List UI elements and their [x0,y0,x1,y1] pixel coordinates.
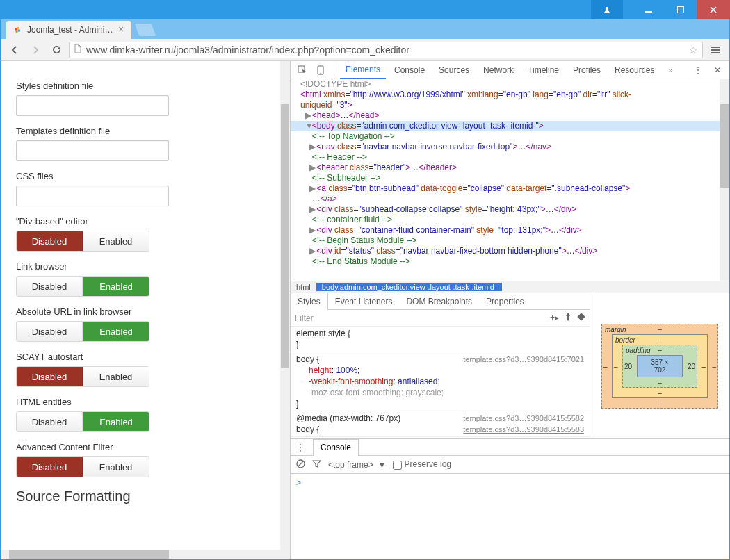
preserve-log-checkbox[interactable]: Preserve log [393,459,451,469]
source-formatting-heading: Source Formatting [16,488,275,504]
svg-point-0 [606,7,608,10]
chrome-menu-button[interactable] [707,42,724,58]
joomla-options-panel: Styles definition file Templates definit… [1,61,290,559]
back-button[interactable] [6,42,23,58]
styles-tab-dom[interactable]: DOM Breakpoints [399,293,479,310]
absolute-url-toggle: Disabled Enabled [16,321,149,342]
styles-filter-input[interactable]: Filter [295,313,314,323]
devtools-close-icon[interactable]: ✕ [710,63,725,77]
bookmark-icon[interactable]: ☆ [689,44,698,56]
scayt-disabled[interactable]: Disabled [17,367,83,386]
link-browser-toggle: Disabled Enabled [16,276,149,297]
tab-timeline[interactable]: Timeline [522,61,565,79]
css-source-link-2[interactable]: template.css?d3…9390d8415:5582 [463,413,584,424]
entities-toggle: Disabled Enabled [16,411,149,432]
drawer-tab-console[interactable]: Console [313,439,359,456]
tab-strip: Joomla_test - Administrati × [0,19,730,39]
address-bar[interactable]: www.dimka-writer.ru/joomla3/administrato… [69,42,703,58]
left-scrollbar-vertical[interactable] [280,61,290,550]
svg-rect-3 [13,25,22,35]
crumb-body[interactable]: body.admin.com_ckeditor.view-.layout-.ta… [316,283,503,291]
tab-resources[interactable]: Resources [609,61,660,79]
crumb-html[interactable]: html [291,283,316,291]
tab-elements[interactable]: Elements [340,61,386,79]
toggle-state-icon[interactable] [577,313,585,323]
tab-profiles[interactable]: Profiles [567,61,606,79]
new-rule-icon[interactable]: +▸ [550,313,559,323]
box-model-content: 357 × 702 [637,355,683,377]
computed-box-model: margin –– –– border –– –– padding –– 202… [590,293,729,438]
reload-button[interactable] [48,42,65,58]
clear-console-icon[interactable] [296,459,305,470]
drawer-menu-icon[interactable]: ⋮ [291,443,310,452]
more-tabs-icon[interactable]: » [663,63,678,77]
filter-icon[interactable] [312,459,321,470]
svg-point-9 [320,72,321,73]
div-editor-enabled[interactable]: Enabled [83,231,149,251]
templates-file-label: Templates definition file [16,126,275,136]
link-browser-disabled[interactable]: Disabled [17,277,83,296]
frame-selector[interactable]: <top frame> ▼ [328,460,386,470]
close-button[interactable] [697,0,730,19]
tab-close-button[interactable]: × [116,25,126,35]
profile-button[interactable] [591,0,623,19]
tab-title: Joomla_test - Administrati [27,25,116,35]
entities-label: HTML entities [16,397,275,407]
entities-disabled[interactable]: Disabled [17,412,83,431]
tab-sources[interactable]: Sources [433,61,475,79]
svg-rect-2 [677,6,684,13]
inspect-element-icon[interactable] [295,63,310,77]
absolute-url-enabled[interactable]: Enabled [83,322,149,341]
css-body-rule[interactable]: template.css?d3…9390d8415:7021 body { he… [291,352,590,411]
svg-rect-6 [711,52,720,53]
console-prompt[interactable]: > [291,474,729,559]
elements-scrollbar[interactable] [720,79,729,281]
styles-file-label: Styles definition file [16,81,275,91]
css-element-style[interactable]: element.style {} [291,327,590,352]
css-source-link[interactable]: template.css?d3…9390d8415:7021 [463,354,584,365]
styles-tab-styles[interactable]: Styles [291,293,328,310]
console-drawer: ⋮ Console <top frame> ▼ Preserve log > [291,439,729,559]
dom-body-selected[interactable]: ▼<body class="admin com_ckeditor view- l… [291,121,729,131]
devtools-panel: Elements Console Sources Network Timelin… [290,61,729,559]
maximize-button[interactable] [665,0,697,19]
tab-network[interactable]: Network [478,61,519,79]
styles-tab-props[interactable]: Properties [479,293,531,310]
forward-button[interactable] [27,42,44,58]
scayt-enabled[interactable]: Enabled [83,367,149,386]
templates-file-input[interactable] [16,140,169,161]
css-media-rule[interactable]: template.css?d3…9390d8415:5582 @media (m… [291,411,590,437]
styles-file-input[interactable] [16,95,169,116]
css-files-input[interactable] [16,186,169,206]
absolute-url-disabled[interactable]: Disabled [17,322,83,341]
svg-rect-4 [711,47,720,48]
svg-rect-10 [577,313,585,320]
link-browser-enabled[interactable]: Enabled [83,277,149,296]
joomla-favicon [12,24,23,35]
svg-rect-5 [711,49,720,51]
css-files-label: CSS files [16,171,275,181]
link-browser-label: Link browser [16,261,275,272]
div-editor-disabled[interactable]: Disabled [17,231,83,251]
elements-dom-tree[interactable]: <!DOCTYPE html> <html xmlns="http://www.… [291,79,729,281]
browser-tab[interactable]: Joomla_test - Administrati × [6,21,131,39]
left-scrollbar-horizontal[interactable] [1,550,290,559]
div-editor-label: "Div-based" editor [16,216,275,227]
url-text: www.dimka-writer.ru/joomla3/administrato… [86,44,689,56]
acf-toggle: Disabled Enabled [16,456,149,477]
minimize-button[interactable] [633,0,665,19]
new-tab-button[interactable] [135,24,156,36]
devtools-menu-icon[interactable]: ⋮ [690,63,706,77]
acf-disabled[interactable]: Disabled [17,457,83,477]
div-editor-toggle: Disabled Enabled [16,231,149,252]
device-mode-icon[interactable] [313,63,328,77]
acf-enabled[interactable]: Enabled [83,457,149,477]
window-titlebar [0,0,730,19]
tab-console[interactable]: Console [389,61,430,79]
pin-icon[interactable] [565,313,571,323]
page-icon [74,44,82,56]
styles-tab-event[interactable]: Event Listeners [328,293,400,310]
breadcrumb-bar: html body.admin.com_ckeditor.view-.layou… [291,281,729,293]
entities-enabled[interactable]: Enabled [83,412,149,431]
scayt-toggle: Disabled Enabled [16,366,149,387]
